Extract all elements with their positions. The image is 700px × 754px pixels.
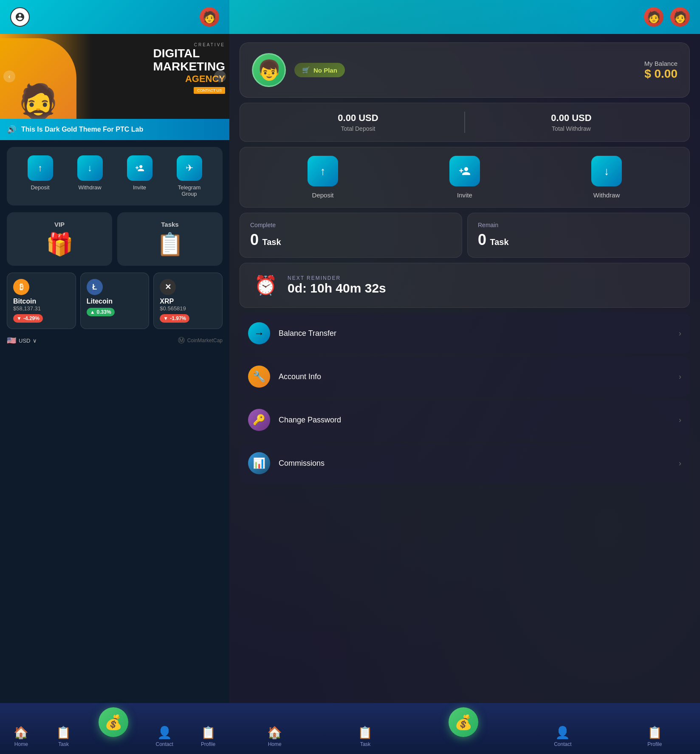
reminder-time: 0d: 10h 40m 32s <box>288 281 677 295</box>
top-bar-left: 🧑 <box>0 0 229 34</box>
openai-icon[interactable] <box>10 7 30 27</box>
commissions-item[interactable]: 📊 Commissions › <box>240 443 690 484</box>
nav-contact-left[interactable]: 👤 Contact <box>156 726 173 747</box>
right-content-area: 👦 🛒 No Plan My Balance $ 0.00 0.00 USD T… <box>229 34 700 754</box>
crypto-bitcoin[interactable]: ₿ Bitcoin $58,137.31 ▼ -4.29% <box>7 273 76 329</box>
right-panel: 🧑 🧑 👦 🛒 No Plan My Balance $ 0.00 <box>229 0 700 754</box>
nav-profile-left[interactable]: 📋 Profile <box>201 726 216 747</box>
total-deposit-label: Total Deposit <box>252 125 464 132</box>
nav-center-left[interactable]: 💰 <box>99 707 128 739</box>
tasks-emoji: 📋 <box>156 231 184 257</box>
remain-sublabel: Remain <box>478 222 679 228</box>
remain-value: 0 <box>478 231 486 248</box>
reminder-clock-icon: ⏰ <box>252 272 279 299</box>
litecoin-icon: Ł <box>87 279 103 295</box>
deposit-icon-btn: ↑ <box>28 155 53 181</box>
nav-home-left[interactable]: 🏠 Home <box>14 726 28 747</box>
profile-icon-left: 📋 <box>201 726 216 740</box>
reminder-sublabel: NEXT REMINDER <box>288 275 677 281</box>
home-icon: 🏠 <box>14 726 28 740</box>
banner-nav: ‹ › <box>0 70 229 82</box>
flag-icon: 🇺🇸 <box>7 336 16 345</box>
withdraw-big-action[interactable]: ↓ Withdraw <box>591 156 622 199</box>
withdraw-label: Withdraw <box>78 184 101 191</box>
deposit-label: Deposit <box>31 184 49 191</box>
task-icon: 📋 <box>56 726 71 740</box>
deposit-big-label: Deposit <box>312 191 334 199</box>
commissions-chevron: › <box>679 459 681 468</box>
bottom-nav-left: 🏠 Home 📋 Task 💰 👤 Contact 📋 Profile <box>0 703 229 754</box>
total-withdraw-label: Total Withdraw <box>465 125 677 132</box>
marquee-text: This Is Dark Gold Theme For PTC Lab <box>21 126 143 133</box>
total-withdraw-amount: 0.00 USD <box>465 113 677 124</box>
xrp-price: $0.565819 <box>160 305 216 312</box>
task-label: Task <box>58 741 69 747</box>
complete-value: 0 <box>250 231 259 248</box>
vip-label: VIP <box>54 221 65 228</box>
crypto-xrp[interactable]: ✕ XRP $0.565819 ▼ -1.97% <box>153 273 223 329</box>
contact-icon: 👤 <box>157 726 172 740</box>
banner-contact[interactable]: CONTACT US <box>194 87 225 94</box>
nav-task-left[interactable]: 📋 Task <box>56 726 71 747</box>
footer-bar-left: 🇺🇸 USD ∨ Ⓜ CoinMarketCap <box>7 336 223 345</box>
remain-unit: Task <box>490 237 508 247</box>
complete-task-card: Complete 0 Task <box>240 213 462 258</box>
remain-value-row: 0 Task <box>478 231 679 249</box>
quick-actions: ↑ Deposit ↓ Withdraw Invite ✈ Telegram G… <box>7 147 223 205</box>
withdraw-big-label: Withdraw <box>593 191 620 199</box>
top-avatar-left[interactable]: 🧑 <box>200 7 219 27</box>
stats-row: 0.00 USD Total Deposit 0.00 USD Total Wi… <box>240 103 690 142</box>
home-label: Home <box>14 741 28 747</box>
bitcoin-change: ▼ -4.29% <box>13 314 43 323</box>
balance-transfer-chevron: › <box>679 329 681 338</box>
deposit-action[interactable]: ↑ Deposit <box>28 155 53 197</box>
left-panel: 🧑 🧔 CREATIVE DIGITALMARKETING AGENCY CON… <box>0 0 229 754</box>
profile-label-left: Profile <box>201 741 215 747</box>
bitcoin-price: $58,137.31 <box>13 305 70 312</box>
vip-card[interactable]: VIP 🎁 <box>7 212 112 266</box>
menu-section: → Balance Transfer › 🔧 Account Info › 🔑 … <box>240 313 690 485</box>
invite-big-action[interactable]: Invite <box>449 156 480 199</box>
change-password-chevron: › <box>679 416 681 425</box>
complete-value-row: 0 Task <box>250 231 452 249</box>
banner-title: DIGITALMARKETING <box>153 47 225 73</box>
complete-unit: Task <box>262 237 281 247</box>
crypto-litecoin[interactable]: Ł Litecoin ▲ 0.33% <box>80 273 150 329</box>
profile-avatar: 👦 <box>252 53 286 87</box>
telegram-action[interactable]: ✈ Telegram Group <box>177 155 202 197</box>
crypto-ticker: ₿ Bitcoin $58,137.31 ▼ -4.29% Ł Litecoin… <box>7 273 223 329</box>
invite-action[interactable]: Invite <box>127 155 152 197</box>
withdraw-icon-btn: ↓ <box>77 155 103 181</box>
telegram-icon-btn: ✈ <box>177 155 202 181</box>
speaker-icon: 🔊 <box>7 125 16 134</box>
account-info-chevron: › <box>679 372 681 381</box>
banner: 🧔 CREATIVE DIGITALMARKETING AGENCY CONTA… <box>0 34 229 119</box>
change-password-label: Change Password <box>279 416 670 425</box>
no-plan-icon: 🛒 <box>302 66 310 74</box>
deposit-big-action[interactable]: ↑ Deposit <box>308 156 338 199</box>
invite-big-btn <box>449 156 480 186</box>
contact-label: Contact <box>156 741 173 747</box>
currency-selector[interactable]: 🇺🇸 USD ∨ <box>7 336 37 345</box>
invite-icon-btn <box>127 155 152 181</box>
change-password-item[interactable]: 🔑 Change Password › <box>240 400 690 440</box>
no-plan-badge[interactable]: 🛒 No Plan <box>294 63 345 77</box>
marquee-bar: 🔊 This Is Dark Gold Theme For PTC Lab <box>0 119 229 140</box>
task-counters: Complete 0 Task Remain 0 Task <box>240 213 690 258</box>
telegram-label: Telegram Group <box>178 184 200 197</box>
commissions-icon: 📊 <box>248 452 270 474</box>
tasks-card[interactable]: Tasks 📋 <box>117 212 223 266</box>
xrp-icon: ✕ <box>160 279 176 295</box>
profile-left: 👦 🛒 No Plan <box>252 53 345 87</box>
withdraw-big-btn: ↓ <box>591 156 622 186</box>
withdraw-action[interactable]: ↓ Withdraw <box>77 155 103 197</box>
banner-prev[interactable]: ‹ <box>3 70 15 82</box>
tasks-label: Tasks <box>161 221 178 228</box>
banner-next[interactable]: › <box>214 70 226 82</box>
xrp-change: ▼ -1.97% <box>160 314 189 323</box>
change-password-icon: 🔑 <box>248 409 270 431</box>
balance-transfer-item[interactable]: → Balance Transfer › <box>240 313 690 354</box>
account-info-item[interactable]: 🔧 Account Info › <box>240 356 690 397</box>
total-deposit-stat: 0.00 USD Total Deposit <box>252 113 464 132</box>
actions-row-right: ↑ Deposit Invite ↓ Withdraw <box>240 147 690 208</box>
